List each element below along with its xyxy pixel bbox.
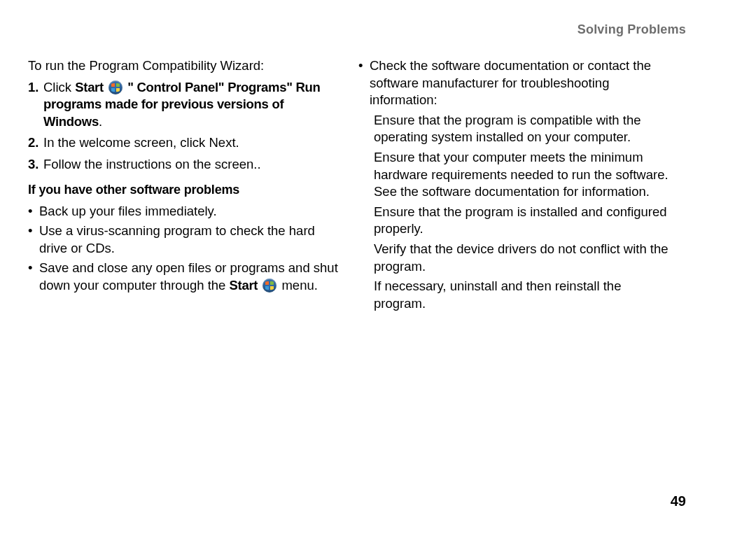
step-number: 2. [28,134,43,152]
list-item: Save and close any open files or program… [28,260,339,294]
sub-point: Verify that the device drivers do not co… [374,241,672,275]
step-2: 2. In the welcome screen, click Next. [28,134,339,152]
bullet-icon [28,260,39,294]
start-label: Start [230,278,258,292]
page-number: 49 [671,493,686,509]
chapter-header: Solving Problems [578,22,686,37]
step-3: 3. Follow the instructions on the screen… [28,156,339,174]
list-item: Back up your files immediately. [28,203,339,220]
start-label: Start [75,80,104,94]
bullet-icon [28,223,39,257]
bullet-text: Save and close any open files or program… [39,260,339,294]
step-number: 1. [28,79,43,131]
windows-start-orb-icon [108,80,122,94]
list-item: Check the software documentation or cont… [358,57,672,109]
bullet-text: Use a virus-scanning program to check th… [39,223,339,257]
bullet-icon [358,57,370,109]
content-columns: To run the Program Compatibility Wizard:… [28,57,728,315]
bullet-text: Back up your files immediately. [39,203,339,220]
right-column: Check the software documentation or cont… [358,57,672,315]
step-number: 3. [28,156,43,174]
step-text: Click [43,80,75,94]
right-bullet-list: Check the software documentation or cont… [358,57,672,109]
sub-point: Ensure that your computer meets the mini… [374,149,672,201]
wizard-steps: 1. Click Start " Control Panel" Programs… [28,79,339,174]
arrow-sep: " [286,80,295,94]
arrow-sep: " [127,80,136,94]
sub-point: Ensure that the program is compatible wi… [374,112,672,146]
arrow-sep: " [218,80,227,94]
step-1: 1. Click Start " Control Panel" Programs… [28,79,339,131]
bullet-icon [28,203,39,220]
sub-point: Ensure that the program is installed and… [374,204,672,238]
left-bullet-list: Back up your files immediately. Use a vi… [28,203,339,295]
subheading-other-problems: If you have other software problems [28,182,339,199]
period: . [99,114,102,129]
windows-start-orb-icon [262,278,276,292]
left-column: To run the Program Compatibility Wizard:… [28,57,339,315]
bullet-text: Check the software documentation or cont… [370,57,672,109]
sub-point: If necessary, uninstall and then reinsta… [374,278,672,312]
intro-paragraph: To run the Program Compatibility Wizard: [28,57,339,75]
manual-page: Solving Problems To run the Program Comp… [0,0,756,536]
step-body: Click Start " Control Panel" Programs" R… [43,79,339,131]
list-item: Use a virus-scanning program to check th… [28,223,339,257]
step-body: Follow the instructions on the screen.. [43,156,339,174]
bullet-suffix: menu. [281,278,317,292]
programs-label: Programs [227,80,286,94]
control-panel-label: Control Panel [136,80,218,94]
step-body: In the welcome screen, click Next. [43,134,339,152]
